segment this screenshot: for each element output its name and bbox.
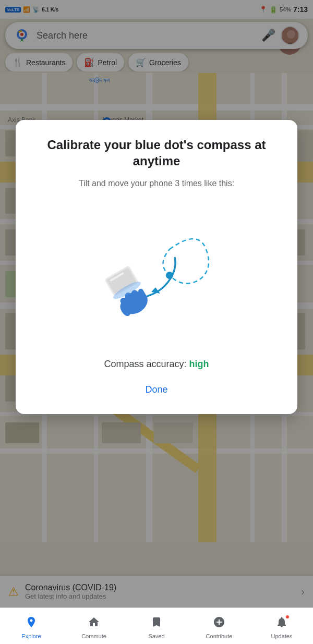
bottom-nav: Explore Commute Saved Contribute <box>0 607 313 644</box>
modal-subtitle: Tilt and move your phone 3 times like th… <box>28 177 285 190</box>
updates-label: Updates <box>271 633 293 639</box>
updates-badge-container <box>275 616 288 631</box>
contribute-icon <box>213 616 225 631</box>
calibration-illustration <box>28 202 285 348</box>
nav-saved[interactable]: Saved <box>125 608 188 644</box>
accuracy-label: Compass accuracy: <box>104 359 189 369</box>
nav-commute[interactable]: Commute <box>63 608 125 644</box>
commute-label: Commute <box>81 633 106 639</box>
commute-icon <box>88 616 100 631</box>
calibration-svg <box>78 208 235 343</box>
updates-badge-dot <box>285 615 290 619</box>
calibration-modal: Calibrate your blue dot's compass at any… <box>16 120 297 414</box>
updates-icon <box>275 618 288 631</box>
accuracy-value: high <box>189 359 209 369</box>
saved-icon <box>150 616 163 631</box>
nav-explore[interactable]: Explore <box>0 608 63 644</box>
explore-icon <box>25 616 38 631</box>
nav-updates[interactable]: Updates <box>250 608 313 644</box>
saved-label: Saved <box>148 633 164 639</box>
explore-label: Explore <box>21 633 41 639</box>
done-button[interactable]: Done <box>133 380 180 399</box>
nav-contribute[interactable]: Contribute <box>188 608 250 644</box>
contribute-label: Contribute <box>206 633 233 639</box>
svg-point-62 <box>167 273 172 277</box>
modal-title: Calibrate your blue dot's compass at any… <box>28 137 285 169</box>
compass-accuracy: Compass accuracy: high <box>28 359 285 370</box>
